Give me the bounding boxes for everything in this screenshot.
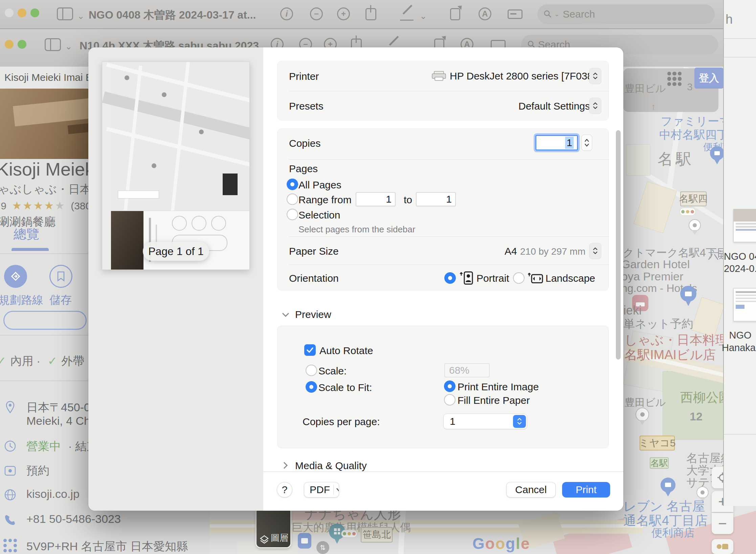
phone-number[interactable]: +81 50-5486-3023 <box>26 512 121 526</box>
cancel-label: Cancel <box>515 484 547 495</box>
zoom-out-map-button[interactable]: − <box>712 513 733 534</box>
minimize-button[interactable] <box>18 40 26 49</box>
scale-value: 68% <box>449 365 469 376</box>
station-sign: 名駅 <box>650 457 669 469</box>
annotate-icon[interactable]: A <box>479 7 491 20</box>
save-label: 儲存 <box>49 293 72 308</box>
copies-label: Copies <box>289 138 320 149</box>
chevron-down-icon[interactable]: ⌄ <box>420 11 427 21</box>
portrait-radio[interactable] <box>444 272 456 284</box>
presets-stepper[interactable] <box>590 98 601 114</box>
paper-size-value[interactable]: A4 <box>505 246 517 257</box>
printer-stepper[interactable] <box>590 68 601 84</box>
fill-entire-paper-radio[interactable] <box>444 394 455 406</box>
chevron-down-icon[interactable]: ⌄ <box>77 11 85 21</box>
directions-button[interactable] <box>4 265 27 288</box>
share-icon[interactable] <box>365 8 376 20</box>
copies-per-page-stepper[interactable] <box>513 415 526 428</box>
landscape-label: Landscape <box>546 273 595 284</box>
sidebar-divider <box>724 57 756 57</box>
scale-radio[interactable] <box>306 365 317 376</box>
preview-section-label: Preview <box>295 309 331 320</box>
reserve-link[interactable]: 預約 <box>26 463 49 479</box>
tab-overview[interactable]: 總覽 <box>14 226 39 243</box>
markup-underline <box>400 20 414 21</box>
range-from-field[interactable]: 1 <box>356 192 396 206</box>
plus-code[interactable]: 5V9P+RH 名古屋市 日本愛知縣 <box>26 539 188 554</box>
dialog-scrollbar[interactable] <box>616 130 621 360</box>
printer-popup[interactable]: HP DeskJet 2800 series [7F0384] <box>431 65 604 87</box>
signin-button[interactable]: 登入 <box>694 68 724 89</box>
cancel-button[interactable]: Cancel <box>506 482 556 498</box>
preview-disclosure[interactable]: Preview <box>282 308 383 322</box>
portrait-label: Portrait <box>476 273 509 284</box>
pegman-button[interactable] <box>712 539 733 554</box>
pages-sidebar: h NGO 040 2024-0... NGO Hanakai... <box>723 0 756 506</box>
save-button[interactable] <box>49 265 72 288</box>
scale-field: 68% <box>444 363 490 377</box>
send-to-phone-pill[interactable] <box>3 311 87 330</box>
sidebar-toggle-icon[interactable] <box>57 7 73 20</box>
restaurant-pin <box>680 286 696 306</box>
preview-options-group: Auto Rotate Scale: 68% Scale to Fit: Pri… <box>277 326 609 448</box>
print-button[interactable]: Print <box>562 482 610 498</box>
map-label: 12 <box>690 410 703 423</box>
stars-filled-icon: ★★★★ <box>12 200 55 212</box>
scale-to-fit-radio[interactable] <box>306 381 317 393</box>
info-icon[interactable]: i <box>280 7 293 20</box>
range-from-label: Range from <box>298 194 352 206</box>
back-window-titlebar: ⌄ NGO 0408 木曽路 2024-03-17 at... i − + ⌄ … <box>0 0 756 28</box>
rating-value: .9 <box>0 200 6 211</box>
close-button[interactable] <box>5 8 14 17</box>
paper-size-label: Paper Size <box>289 246 339 257</box>
website-link[interactable]: kisoji.co.jp <box>26 487 80 501</box>
sidebar-divider <box>724 434 756 435</box>
print-entire-image-label: Print Entire Image <box>458 381 539 393</box>
minimize-button[interactable] <box>18 8 26 17</box>
print-settings-scroll[interactable]: Printer HP DeskJet 2800 series [7F0384] … <box>263 47 623 471</box>
media-quality-disclosure[interactable]: Media & Quality <box>282 459 417 471</box>
paper-size-stepper[interactable] <box>590 243 601 259</box>
star-empty-icon: ★ <box>55 200 65 212</box>
back-search-field[interactable]: ⌄ Search <box>537 4 715 24</box>
map-label: 名駅IMAIビル店 <box>624 346 716 364</box>
chevron-down-icon[interactable]: ⌄ <box>65 41 72 52</box>
all-pages-radio[interactable] <box>287 179 298 190</box>
markup-pencil-icon[interactable] <box>403 5 413 15</box>
copies-stepper[interactable] <box>582 135 592 151</box>
copies-per-page-popup[interactable]: 1 <box>443 414 527 429</box>
rotate-icon[interactable] <box>450 8 460 20</box>
map-arrow-icon: ← <box>382 530 393 542</box>
close-button[interactable] <box>5 40 14 49</box>
zoom-in-icon[interactable]: + <box>337 7 350 20</box>
layers-card[interactable]: 圖層 <box>257 508 290 547</box>
zoom-out-icon[interactable]: − <box>310 7 323 20</box>
page-indicator: Page 1 of 1 <box>148 245 204 258</box>
sidebar-divider <box>724 38 756 39</box>
sidebar-toggle-icon[interactable] <box>45 38 61 51</box>
chevron-down-icon <box>282 312 290 318</box>
map-label: oya Premier <box>621 270 683 283</box>
markup-pencil-icon[interactable] <box>389 36 399 46</box>
preview-map <box>111 62 249 211</box>
presets-value[interactable]: Default Settings <box>518 100 590 112</box>
zoom-window-button[interactable] <box>30 8 39 17</box>
to-label: to <box>404 194 412 206</box>
copies-field[interactable]: 1 <box>535 135 578 151</box>
print-entire-image-radio[interactable] <box>444 380 455 392</box>
google-apps-grid-icon[interactable] <box>667 72 682 86</box>
auto-rotate-checkbox[interactable] <box>304 344 316 356</box>
range-radio[interactable] <box>287 193 298 205</box>
selection-radio[interactable] <box>287 209 298 220</box>
pdf-menu-button[interactable]: PDF <box>304 482 339 498</box>
search-icon <box>543 10 552 19</box>
screen: ⌄ NGO 0408 木曽路 2024-03-17 at... i − + ⌄ … <box>0 0 756 554</box>
page-thumbnail[interactable] <box>733 209 756 242</box>
help-button[interactable]: ? <box>277 482 292 498</box>
page-thumbnail[interactable] <box>733 288 756 321</box>
landscape-radio[interactable] <box>513 272 525 284</box>
preview-sidebar-strip <box>111 211 249 270</box>
range-to-field[interactable]: 1 <box>416 192 456 206</box>
text-box-icon[interactable] <box>508 9 522 19</box>
map-label: ieki <box>623 303 642 318</box>
